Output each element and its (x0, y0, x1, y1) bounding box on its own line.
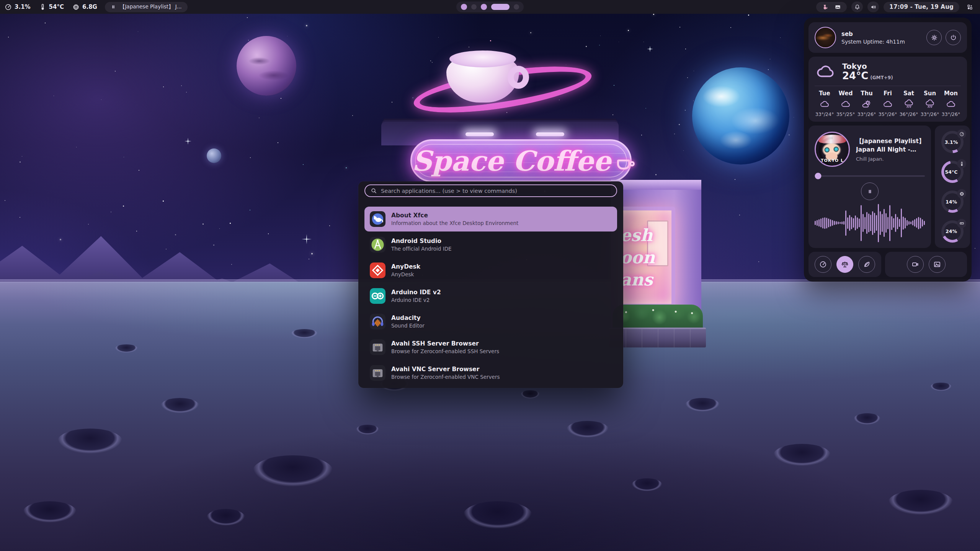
user-card: seb System Uptime: 4h11m (808, 22, 967, 53)
app-list-item[interactable]: About Xfce Information about the Xfce De… (364, 207, 617, 231)
forecast-weather-icon (904, 99, 914, 109)
workspace-dot[interactable] (514, 4, 519, 10)
tray-widgets[interactable] (816, 2, 847, 12)
stat-item: 54°C (39, 3, 64, 11)
settings-button[interactable] (926, 30, 942, 45)
app-name: AnyDesk (391, 263, 420, 270)
speaker-icon (870, 4, 877, 10)
album-art-text: TOKYO L (816, 158, 849, 163)
app-list-item[interactable]: Arduino IDE v2 Arduino IDE v2 (364, 284, 617, 308)
top-panel: 3.1% 54°C 6.8G 【Japanese Playlist】 J... (0, 0, 980, 14)
weather-card: Tokyo 24°C(GMT+9) Tue 33°/24° Wed 35°/25… (808, 57, 967, 122)
forecast-weather-icon (841, 99, 851, 109)
apps-grid-icon (967, 4, 973, 10)
floating-coffee-cup (439, 49, 528, 106)
app-icon (370, 288, 385, 304)
forecast-temps: 33°/24° (815, 111, 834, 117)
capture-tools-card (885, 252, 967, 277)
system-gauge: 54°C (941, 161, 964, 183)
forecast-weather-icon (820, 99, 830, 109)
search-icon (371, 187, 377, 194)
forecast-day-name: Sun (924, 90, 936, 97)
forecast-temps: 33°/26° (921, 111, 939, 117)
coffee-shop-window: eshoonans (618, 207, 675, 308)
seek-slider[interactable] (815, 173, 925, 179)
space-coffee-neon-sign: Space Coffee (410, 139, 632, 182)
power-profile-button[interactable] (815, 256, 831, 273)
bushes (612, 305, 703, 330)
capture-button[interactable] (907, 256, 924, 273)
username: seb (841, 31, 905, 37)
forecast-day: Tue 33°/24° (815, 90, 835, 117)
play-pause-button[interactable] (861, 183, 879, 200)
forecast-day: Wed 35°/25° (836, 90, 856, 117)
power-button[interactable] (946, 30, 961, 45)
gauge-icon-badge (957, 159, 966, 168)
system-uptime: System Uptime: 4h11m (841, 39, 905, 45)
app-name: Avahi VNC Server Browser (391, 366, 500, 373)
system-gauge: 3.1% (941, 131, 964, 153)
sign-text: Space Coffee (412, 145, 611, 177)
sign-light (466, 132, 494, 136)
gauge-icon-badge (957, 189, 966, 198)
weather-city: Tokyo (842, 62, 893, 71)
system-gauges-card: 3.1% 54°C 14% (935, 126, 970, 248)
gauge-icon-badge (957, 219, 966, 228)
workspace-switcher[interactable] (456, 2, 524, 12)
bell-icon (854, 4, 861, 10)
track-title: 【Japanese Playlist】 Japan All Night - To… (856, 137, 925, 154)
workspace-dot[interactable] (491, 4, 510, 10)
forecast-day: Fri 35°/26° (878, 90, 898, 117)
app-name: Arduino IDE v2 (391, 289, 441, 296)
forecast-weather-icon (862, 99, 872, 109)
app-description: Arduino IDE v2 (391, 297, 441, 303)
workspace-dot[interactable] (471, 4, 477, 10)
app-list-item[interactable]: Android Studio The official Android IDE (364, 232, 617, 257)
forecast-day: Thu 33°/26° (857, 90, 877, 117)
app-list-item[interactable]: AnyDesk AnyDesk (364, 258, 617, 283)
widgets-menu-button[interactable] (964, 2, 975, 12)
desktop-pet-icon[interactable] (822, 4, 828, 10)
app-list-item[interactable]: Audacity Sound Editor (364, 309, 617, 334)
app-icon (370, 237, 385, 253)
volume-button[interactable] (867, 2, 879, 12)
power-profile-button[interactable] (836, 256, 853, 273)
capture-button[interactable] (929, 256, 946, 273)
stat-value: 6.8G (82, 3, 97, 10)
app-icon (370, 314, 385, 329)
app-description: AnyDesk (391, 271, 420, 277)
workspace-dot[interactable] (481, 4, 487, 10)
system-gauge: 14% (941, 191, 964, 213)
app-description: Browse for Zeroconf-enabled VNC Servers (391, 374, 500, 380)
search-input[interactable] (381, 188, 611, 194)
sign-light (536, 132, 564, 136)
notifications-button[interactable] (851, 2, 863, 12)
search-bar[interactable] (364, 184, 617, 197)
forecast-temps: 35°/26° (879, 111, 897, 117)
earth-planet (692, 67, 789, 165)
forecast-day-name: Mon (944, 90, 958, 97)
now-playing-indicator[interactable]: 【Japanese Playlist】 J... (105, 2, 188, 12)
now-playing-text: 【Japanese Playlist】 J... (120, 3, 182, 10)
app-list-item[interactable]: Avahi SSH Server Browser Browse for Zero… (364, 335, 617, 360)
workspace-dot[interactable] (461, 4, 467, 10)
seek-thumb[interactable] (815, 173, 821, 179)
stat-icon (39, 3, 46, 11)
purple-planet (237, 36, 296, 96)
forecast-day-name: Wed (839, 90, 853, 97)
stat-icon (72, 3, 80, 11)
forecast-day-name: Fri (884, 90, 892, 97)
app-description: The official Android IDE (391, 246, 452, 252)
wallpaper-icon[interactable] (835, 4, 841, 10)
power-profile-button[interactable] (858, 256, 875, 273)
app-list-item[interactable]: Avahi VNC Server Browser Browse for Zero… (364, 360, 617, 385)
forecast-weather-icon (883, 99, 893, 109)
control-center-panel: seb System Uptime: 4h11m Tokyo 24°C(GMT+… (804, 18, 972, 282)
forecast-day: Sun 33°/26° (920, 90, 940, 117)
clock[interactable]: 17:09 - Tue, 19 Aug (884, 2, 959, 12)
track-artist: Chill Japan. (856, 156, 925, 162)
forecast-day-name: Sat (903, 90, 914, 97)
topbar-right: 17:09 - Tue, 19 Aug (816, 2, 975, 12)
power-profile-card (808, 252, 881, 277)
app-name: Avahi SSH Server Browser (391, 340, 499, 347)
